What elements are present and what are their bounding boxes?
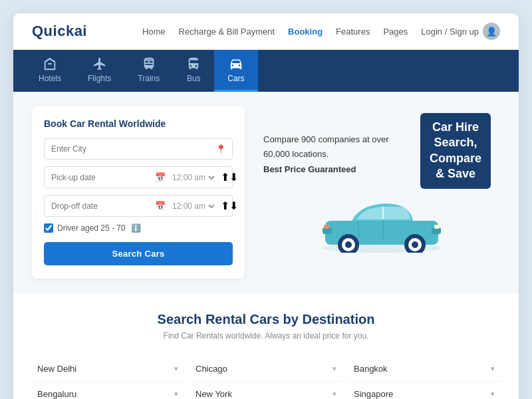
search-cars-button[interactable]: Search Cars (44, 242, 233, 265)
dropoff-time-select[interactable]: 12:00 am 1:00 am 6:00 am 12:00 pm (170, 201, 217, 211)
chevron-down-icon: ▾ (491, 390, 495, 398)
car-illustration (263, 186, 500, 253)
dropoff-row: 📅 12:00 am 1:00 am 6:00 am 12:00 pm ⬆⬇ (44, 195, 233, 217)
top-nav: Home Recharge & Bill Payment Booking Fea… (142, 23, 500, 40)
pickup-time-select[interactable]: 12:00 am 1:00 am 6:00 am 12:00 pm (170, 172, 217, 183)
tab-flights[interactable]: Flights (74, 50, 124, 92)
pin-icon: 📍 (215, 144, 226, 154)
login-button[interactable]: Login / Sign up 👤 (421, 23, 500, 40)
nav-home[interactable]: Home (142, 27, 166, 37)
pickup-time-arrow: ⬆⬇ (221, 171, 238, 184)
destination-grid: New Delhi ▾ Bengaluru ▾ Chennai ▾ Mumbai… (32, 356, 500, 399)
city-field-group: 📍 (44, 138, 233, 160)
svg-point-9 (412, 241, 418, 248)
list-item[interactable]: Chicago ▾ (190, 356, 342, 382)
hero-badge: Car Hire Search, Compare & Save (420, 113, 491, 189)
avatar: 👤 (483, 23, 500, 40)
driver-age-checkbox[interactable] (44, 223, 53, 233)
tab-bus[interactable]: Bus (173, 50, 214, 92)
list-item[interactable]: Singapore ▾ (348, 382, 500, 399)
dest-col-2: Chicago ▾ New York ▾ London ▾ Panaji ▾ A… (190, 356, 342, 399)
chevron-down-icon: ▾ (491, 364, 495, 373)
destination-section: Search Rental Cars by Destination Find C… (13, 293, 519, 399)
dropoff-calendar-icon[interactable]: 📅 (155, 201, 166, 211)
chevron-down-icon: ▾ (332, 364, 336, 373)
hero-promo: Compare 900 companies at over 60,000 loc… (245, 106, 500, 279)
chevron-down-icon: ▾ (332, 390, 336, 398)
pickup-calendar-icon[interactable]: 📅 (155, 172, 166, 182)
dropoff-date-input[interactable] (51, 201, 151, 211)
service-tabs: Hotels Flights Trains Bus Cars (13, 50, 519, 92)
nav-booking[interactable]: Booking (288, 27, 323, 37)
chevron-down-icon: ▾ (174, 364, 178, 373)
dest-col-1: New Delhi ▾ Bengaluru ▾ Chennai ▾ Mumbai… (32, 356, 184, 399)
destination-subtitle: Find Car Rentals worldwide. Always an id… (32, 331, 500, 340)
nav-recharge[interactable]: Recharge & Bill Payment (179, 27, 275, 37)
driver-age-label: Driver aged 25 - 70 (57, 223, 126, 233)
destination-title: Search Rental Cars by Destination (32, 312, 500, 327)
logo: Quickai (32, 23, 87, 40)
svg-rect-5 (434, 225, 440, 229)
list-item[interactable]: New York ▾ (190, 382, 342, 399)
list-item[interactable]: Bengaluru ▾ (32, 382, 184, 399)
dest-col-3: Bangkok ▾ Singapore ▾ Los Angeles ▾ San … (348, 356, 500, 399)
hero-section: Book Car Rental Worldwide 📍 📅 12:00 am 1… (13, 92, 519, 293)
tab-hotels[interactable]: Hotels (25, 50, 74, 92)
svg-rect-6 (324, 225, 329, 229)
info-icon[interactable]: ℹ️ (131, 223, 141, 233)
city-input[interactable] (44, 138, 233, 160)
form-title: Book Car Rental Worldwide (44, 118, 233, 129)
nav-pages[interactable]: Pages (383, 27, 408, 37)
driver-age-row: Driver aged 25 - 70 ℹ️ (44, 223, 233, 233)
search-form: Book Car Rental Worldwide 📍 📅 12:00 am 1… (32, 106, 245, 279)
nav-features[interactable]: Features (336, 27, 370, 37)
header: Quickai Home Recharge & Bill Payment Boo… (13, 13, 519, 50)
chevron-down-icon: ▾ (174, 390, 178, 398)
list-item[interactable]: Bangkok ▾ (348, 356, 500, 382)
tab-trains[interactable]: Trains (124, 50, 173, 92)
pickup-row: 📅 12:00 am 1:00 am 6:00 am 12:00 pm ⬆⬇ (44, 166, 233, 188)
svg-point-12 (345, 241, 352, 248)
main-container: Quickai Home Recharge & Bill Payment Boo… (13, 13, 519, 399)
dropoff-time-arrow: ⬆⬇ (221, 200, 238, 212)
tab-cars[interactable]: Cars (214, 50, 257, 92)
pickup-date-input[interactable] (51, 173, 151, 182)
list-item[interactable]: New Delhi ▾ (32, 356, 184, 382)
